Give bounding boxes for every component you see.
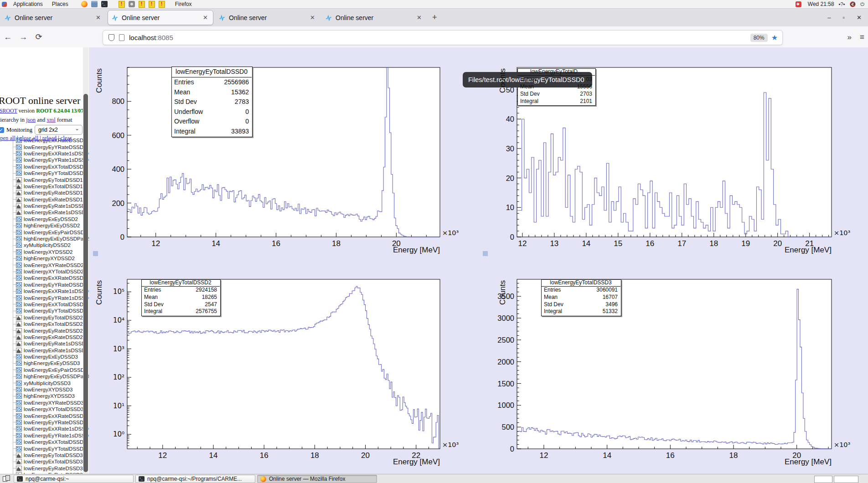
reload-button[interactable]: ⟳ (31, 32, 46, 42)
tree-item-lowEnergyExTotalDSSD2[interactable]: lowEnergyExTotalDSSD2 (13, 321, 89, 327)
page-info-icon[interactable] (119, 34, 124, 41)
shield-permissions-icon[interactable] (108, 34, 114, 41)
browser-tab-2[interactable]: Online server✕ (108, 10, 213, 25)
tree-item-lowEnergyXYRateDSSD3[interactable]: lowEnergyXYRateDSSD3 (13, 400, 89, 406)
browser-tab-1[interactable]: Online server✕ (1, 10, 106, 25)
tree-item-highEnergyExEyDSSDPair2[interactable]: highEnergyExEyDSSDPair2 (13, 236, 89, 242)
zoom-level-badge[interactable]: 80% (750, 34, 768, 42)
tree-item-highEnergyXYDSSD2[interactable]: highEnergyXYDSSD2 (13, 255, 89, 262)
tree-item-lowEnergyExXRate1sDSSD3[interactable]: lowEnergyExXRate1sDSSD3 (13, 426, 89, 432)
clock[interactable]: Wed 21:58 (808, 1, 834, 7)
tree-item-lowEnergyExRateDSSD3[interactable]: lowEnergyExRateDSSD3 (13, 472, 89, 474)
tree-item-lowEnergyEyRateDSSD3[interactable]: lowEnergyEyRateDSSD3 (13, 465, 89, 472)
tree-item-lowEnergyExXRateDSSD2[interactable]: lowEnergyExXRateDSSD2 (13, 275, 89, 281)
json-link[interactable]: json (26, 117, 36, 123)
tree-item-lowEnergyEyTotalDSSD2[interactable]: lowEnergyEyTotalDSSD2 (13, 314, 89, 321)
monitoring-checkbox[interactable]: ✓ (0, 127, 4, 133)
terminal-launcher-icon[interactable] (101, 1, 108, 7)
clear-link[interactable]: clear (61, 135, 72, 141)
close-all-link[interactable]: close all (20, 135, 38, 141)
tree-item-lowEnergyExRate1sDSSD2[interactable]: lowEnergyExRate1sDSSD2 (13, 347, 89, 354)
forward-button[interactable]: → (16, 32, 31, 42)
pad-resize-marker[interactable] (483, 251, 488, 256)
tree-item-lowEnergyExRateDSSD2[interactable]: lowEnergyExRateDSSD2 (13, 334, 89, 340)
layout-select[interactable]: grid 2x2 (35, 125, 83, 135)
tree-item-lowEnergyEyYTotalDSSD3[interactable]: lowEnergyEyYTotalDSSD3 (13, 445, 89, 452)
tree-item-lowEnergyEyYRate1sDSSD1[interactable]: lowEnergyEyYRate1sDSSD1 (13, 157, 89, 163)
new-tab-button[interactable]: + (428, 13, 442, 22)
tree-item-lowEnergyExXRateDSSD3[interactable]: lowEnergyExXRateDSSD3 (13, 412, 89, 419)
tree-item-lowEnergyEyYRateDSSD1[interactable]: lowEnergyEyYRateDSSD1 (13, 144, 89, 150)
tab-close-icon[interactable]: ✕ (202, 14, 209, 21)
plot-pad-lowEnergyEyTotalDSSD0[interactable]: 12141618200200400600800 (112, 67, 440, 248)
tree-item-lowEnergyExTotalDSSD1[interactable]: lowEnergyExTotalDSSD1 (13, 183, 89, 190)
open-all-link[interactable]: open all (0, 135, 16, 141)
canvas-grid-2x2[interactable]: 1214161820020040060080012131415161718192… (89, 47, 868, 474)
tree-item-lowEnergyExTotalDSSD3[interactable]: lowEnergyExTotalDSSD3 (13, 458, 89, 465)
tree-item-lowEnergyEyYRate1sDSSD3[interactable]: lowEnergyEyYRate1sDSSD3 (13, 432, 89, 439)
bookmark-star-icon[interactable]: ★ (771, 33, 778, 42)
files-launcher-icon[interactable] (91, 1, 98, 7)
midas-app-icon[interactable] (139, 1, 145, 8)
applications-menu[interactable]: Applications (9, 1, 47, 7)
tree-item-lowEnergyExEyPairDSSD3[interactable]: lowEnergyExEyPairDSSD3 (13, 367, 89, 373)
tree-item-lowEnergyEyRateDSSD1[interactable]: lowEnergyEyRateDSSD1 (13, 190, 89, 196)
tree-item-highEnergyExEyDSSD2[interactable]: highEnergyExEyDSSD2 (13, 222, 89, 229)
tree-item-lowEnergyEyYTotalDSSD2[interactable]: lowEnergyEyYTotalDSSD2 (13, 308, 89, 314)
window-close-button[interactable]: ✕ (857, 14, 862, 21)
tree-item-lowEnergyEyYRateDSSD2[interactable]: lowEnergyEyYRateDSSD2 (13, 282, 89, 288)
tree-item-lowEnergyExXTotalDSSD1[interactable]: lowEnergyExXTotalDSSD1 (13, 164, 89, 170)
tree-item-lowEnergyXYDSSD2[interactable]: lowEnergyXYDSSD2 (13, 249, 89, 255)
taskbar-window-button-3[interactable]: Online server — Mozilla Firefox (257, 475, 377, 483)
network-icon[interactable]: ▪?▪ (839, 1, 845, 7)
firefox-launcher-icon[interactable] (81, 1, 88, 7)
tree-item-lowEnergyExEyDSSD2[interactable]: lowEnergyExEyDSSD2 (13, 216, 89, 222)
places-menu[interactable]: Places (47, 1, 73, 7)
taskbar-applet[interactable] (834, 476, 858, 483)
tree-item-xyMultiplicityDSSD2[interactable]: xyMultiplicityDSSD2 (13, 242, 89, 248)
tree-item-lowEnergyXYDSSD3[interactable]: lowEnergyXYDSSD3 (13, 386, 89, 393)
browser-tab-4[interactable]: Online server✕ (322, 10, 427, 25)
tree-item-lowEnergyEyRate1sDSSD1[interactable]: lowEnergyEyRate1sDSSD1 (13, 203, 89, 209)
tree-item-lowEnergyEyYRateDSSD3[interactable]: lowEnergyEyYRateDSSD3 (13, 419, 89, 426)
taskbar-window-button-2[interactable]: ›_npq@carme-qsi:~/Programs/CARME... (135, 475, 255, 483)
tree-item-lowEnergyExXRate1sDSSD2[interactable]: lowEnergyExXRate1sDSSD2 (13, 288, 89, 294)
tree-item-lowEnergyExRate1sDSSD1[interactable]: lowEnergyExRate1sDSSD1 (13, 209, 89, 216)
pad-resize-marker[interactable] (93, 251, 98, 256)
tree-item-lowEnergyEyYTotalDSSD1[interactable]: lowEnergyEyYTotalDSSD1 (13, 170, 89, 176)
tree-item-highEnergyXYDSSD3[interactable]: highEnergyXYDSSD3 (13, 393, 89, 399)
tree-item-lowEnergyExXTotalDSSD2[interactable]: lowEnergyExXTotalDSSD2 (13, 301, 89, 308)
back-button[interactable]: ← (0, 32, 16, 42)
power-icon[interactable]: ⏻ (860, 1, 864, 7)
taskbar-window-button-1[interactable]: ›_npq@carme-qsi:~ (14, 475, 134, 483)
midas-app-icon[interactable] (119, 1, 125, 8)
tree-item-xyMultiplicityDSSD3[interactable]: xyMultiplicityDSSD3 (13, 380, 89, 386)
jsroot-link[interactable]: JSROOT (0, 108, 17, 114)
tree-item-lowEnergyExEyDSSD3[interactable]: lowEnergyExEyDSSD3 (13, 354, 89, 360)
camera-app-icon[interactable] (129, 1, 135, 7)
tree-item-lowEnergyXYTotalDSSD3[interactable]: lowEnergyXYTotalDSSD3 (13, 406, 89, 412)
tree-item-lowEnergyEyRate1sDSSD2[interactable]: lowEnergyEyRate1sDSSD2 (13, 340, 89, 347)
tree-item-highEnergyExEyDSSDPair3[interactable]: highEnergyExEyDSSDPair3 (13, 373, 89, 380)
tree-item-lowEnergyXYTotalDSSD2[interactable]: lowEnergyXYTotalDSSD2 (13, 268, 89, 275)
tree-item-lowEnergyEyTotalDSSD3[interactable]: lowEnergyEyTotalDSSD3 (13, 452, 89, 458)
tree-item-lowEnergyEyTotalDSSD1[interactable]: lowEnergyEyTotalDSSD1 (13, 176, 89, 183)
taskbar-applet[interactable] (814, 476, 832, 483)
tree-item-lowEnergyEyRateDSSD2[interactable]: lowEnergyEyRateDSSD2 (13, 327, 89, 334)
tree-item-highEnergyExEyDSSD3[interactable]: highEnergyExEyDSSD3 (13, 360, 89, 366)
window-maximize-button[interactable]: ▫ (842, 14, 845, 21)
tree-item-lowEnergyEyYRate1sDSSD2[interactable]: lowEnergyEyYRate1sDSSD2 (13, 294, 89, 301)
tab-close-icon[interactable]: ✕ (309, 14, 316, 21)
update-notifier-icon[interactable] (796, 1, 801, 7)
reload-link[interactable]: reload (42, 135, 57, 141)
window-minimize-button[interactable]: – (827, 14, 831, 21)
app-grid-icon[interactable] (2, 2, 7, 7)
midas-app-icon[interactable] (149, 1, 155, 8)
xml-link[interactable]: xml (46, 117, 55, 123)
workspace-switcher[interactable] (2, 475, 12, 483)
tree-item-lowEnergyXYRateDSSD2[interactable]: lowEnergyXYRateDSSD2 (13, 262, 89, 268)
sidebar-scrollbar-thumb[interactable] (83, 94, 88, 472)
url-bar[interactable]: localhost:8085 80% ★ (103, 30, 783, 45)
midas-app-icon[interactable] (159, 1, 165, 8)
tree-item-lowEnergyExRateDSSD1[interactable]: lowEnergyExRateDSSD1 (13, 196, 89, 203)
